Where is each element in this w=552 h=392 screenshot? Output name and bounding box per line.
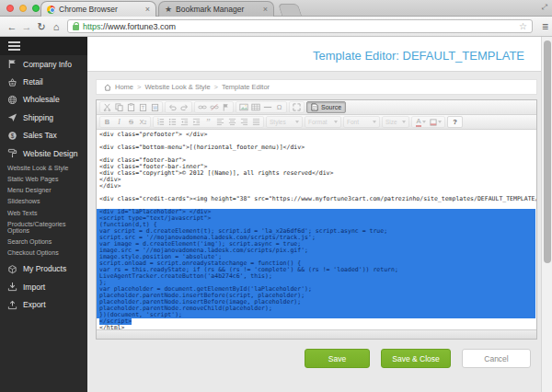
flag-icon	[7, 59, 17, 69]
window-controls[interactable]	[6, 5, 40, 12]
bold-icon[interactable]: B	[101, 117, 113, 127]
tab-title: Bookmark Manager	[176, 5, 259, 14]
align-center-icon[interactable]	[226, 117, 238, 127]
browser-window: Chrome Browser × ★ Bookmark Manager × ⤢ …	[0, 0, 552, 392]
paste-text-icon[interactable]: T	[137, 102, 149, 112]
close-tab-icon[interactable]: ×	[263, 5, 268, 14]
chrome-favicon	[47, 6, 55, 14]
numbered-list-icon[interactable]: 123	[155, 117, 167, 127]
size-dropdown[interactable]: Size	[382, 116, 409, 128]
horizontal-line-icon[interactable]	[261, 102, 273, 112]
action-buttons: Save Save & Close Cancel	[96, 340, 537, 368]
subscript-icon[interactable]: X2	[137, 117, 149, 127]
sidebar-item-retail[interactable]: Retail	[0, 73, 87, 90]
sidebar-item-my-products[interactable]: My Products	[0, 260, 87, 278]
bookmark-star-icon[interactable]: ☆	[519, 21, 527, 31]
code-line: </div>	[99, 183, 536, 190]
globe-icon	[7, 95, 17, 105]
align-justify-icon[interactable]	[250, 117, 262, 127]
editor-status-bar	[97, 329, 536, 339]
save-close-button[interactable]: Save & Close	[381, 349, 451, 368]
editor-toolbar-row1: T W	[97, 100, 536, 115]
url-text[interactable]: https://www.fortune3.com	[83, 22, 515, 31]
blockquote-icon[interactable]: ”	[202, 117, 214, 127]
expand-icon[interactable]: ⤢	[542, 3, 547, 12]
indent-icon[interactable]	[190, 117, 202, 127]
browser-scrollbar[interactable]	[541, 37, 552, 392]
svg-text:$: $	[11, 132, 15, 138]
sidebar-subitem[interactable]: Search Options	[0, 236, 87, 247]
sidebar-item-import[interactable]: Import	[0, 278, 87, 295]
upload-icon	[7, 300, 17, 310]
unlink-icon[interactable]	[208, 102, 220, 112]
sidebar-item-website-design[interactable]: Website Design	[0, 144, 87, 162]
text-color-icon[interactable]: A	[414, 117, 428, 127]
zoom-window-button[interactable]	[32, 5, 40, 12]
copy-icon[interactable]	[113, 102, 125, 112]
tab-bookmark-manager[interactable]: ★ Bookmark Manager ×	[158, 1, 274, 17]
bookmark-favicon: ★	[165, 6, 172, 14]
sidebar-subitem[interactable]: Web Texts	[0, 207, 87, 218]
address-bar[interactable]: https://www.fortune3.com ☆	[67, 19, 533, 33]
sidebar-subitem[interactable]: Slideshows	[0, 196, 87, 207]
cut-icon[interactable]	[101, 102, 113, 112]
format-dropdown[interactable]: Format	[305, 116, 341, 128]
sidebar-item-wholesale[interactable]: Wholesale	[0, 91, 87, 109]
main-content: Template Editor: DEFAULT_TEMPLATE Home >…	[87, 37, 541, 392]
sidebar-item-company-info[interactable]: Company Info	[0, 55, 87, 73]
help-icon[interactable]: ?	[449, 117, 461, 127]
dollar-icon: $	[7, 131, 17, 141]
source-button[interactable]: Source	[306, 101, 346, 113]
paste-icon[interactable]	[125, 102, 137, 112]
sidebar-subitem[interactable]: Static Web Pages	[0, 173, 87, 184]
reload-icon[interactable]: ↻	[34, 20, 49, 33]
basket-icon	[7, 77, 17, 87]
close-tab-icon[interactable]: ×	[145, 5, 150, 14]
sidebar-item-export[interactable]: Export	[0, 296, 87, 314]
back-icon[interactable]: ←	[5, 20, 19, 33]
image-icon[interactable]	[237, 102, 249, 112]
align-left-icon[interactable]	[214, 117, 226, 127]
sidebar-item-sales-tax[interactable]: $ Sales Tax	[0, 127, 87, 144]
redo-icon[interactable]	[178, 102, 190, 112]
home-icon[interactable]: ⌂	[49, 20, 63, 33]
sidebar-menu-toggle[interactable]	[0, 37, 87, 55]
minimize-window-button[interactable]	[19, 5, 27, 12]
align-right-icon[interactable]	[238, 117, 250, 127]
italic-icon[interactable]: I	[113, 117, 125, 127]
chevron-down-icon	[373, 121, 376, 123]
cancel-button[interactable]: Cancel	[462, 349, 531, 368]
paste-word-icon[interactable]: W	[149, 102, 161, 112]
chrome-menu-icon[interactable]: ≡	[542, 20, 547, 33]
special-char-icon[interactable]: Ω	[273, 102, 285, 112]
bulleted-list-icon[interactable]	[167, 117, 178, 127]
source-code-textarea[interactable]: <div class="prefooter"> </div><div class…	[97, 130, 536, 329]
code-line-selected: })(document, 'script');	[99, 312, 535, 318]
sidebar-subitem[interactable]: Menu Designer	[0, 185, 87, 196]
save-button[interactable]: Save	[305, 349, 370, 368]
new-tab-button[interactable]	[278, 4, 302, 16]
code-line: <div class="copyright">© 2012 [(Name)], …	[99, 170, 536, 177]
sidebar-subitem[interactable]: Checkout Options	[0, 248, 87, 259]
table-icon[interactable]	[249, 102, 261, 112]
breadcrumb-home[interactable]: Home	[115, 83, 133, 91]
anchor-flag-icon[interactable]	[220, 102, 232, 112]
paint-roller-icon	[7, 148, 17, 158]
tab-chrome-browser[interactable]: Chrome Browser ×	[40, 1, 156, 17]
maximize-icon[interactable]	[291, 102, 303, 112]
link-icon[interactable]	[196, 102, 208, 112]
breadcrumb-item[interactable]: Website Look & Style	[144, 83, 210, 91]
sidebar-item-shipping[interactable]: Shipping	[0, 109, 87, 126]
strikethrough-icon[interactable]: S	[125, 117, 137, 127]
close-window-button[interactable]	[6, 5, 14, 12]
styles-dropdown[interactable]: Styles	[266, 116, 303, 128]
sidebar-subitem[interactable]: Products/Categories Options	[0, 218, 87, 236]
forward-icon[interactable]: →	[19, 20, 34, 33]
svg-text:W: W	[153, 106, 157, 110]
bg-color-icon[interactable]	[429, 117, 443, 127]
font-dropdown[interactable]: Font	[343, 116, 380, 128]
sidebar-subitem[interactable]: Website Look & Style	[0, 162, 87, 173]
undo-icon[interactable]	[167, 102, 178, 112]
outdent-icon[interactable]	[178, 117, 190, 127]
scrollbar-thumb[interactable]	[544, 40, 551, 263]
